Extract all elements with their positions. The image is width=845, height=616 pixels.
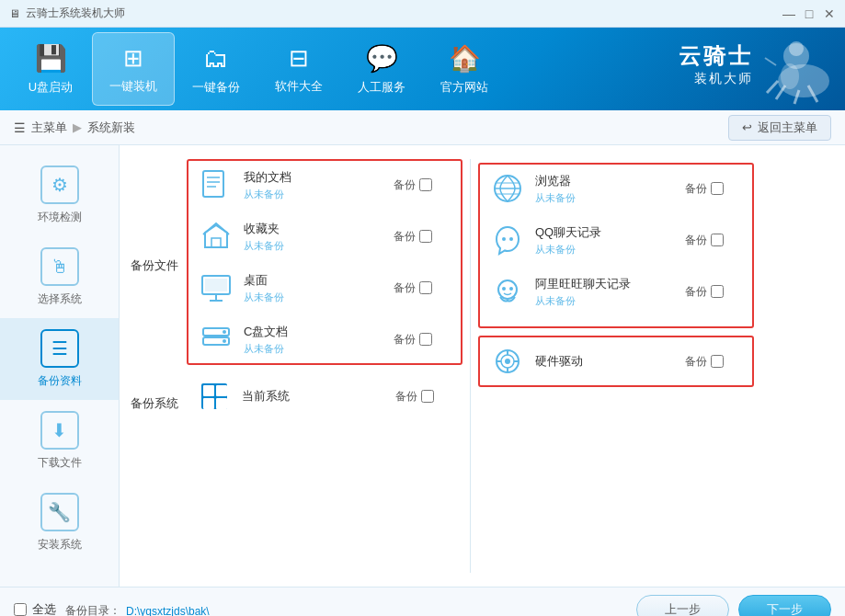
hardware-backup-label: 备份 <box>685 354 707 370</box>
breadcrumb-home[interactable]: 主菜单 <box>31 120 67 136</box>
sidebar-label-backup-data: 备份资料 <box>38 373 82 389</box>
browser-name: 浏览器 <box>535 173 678 189</box>
breadcrumb: ☰ 主菜单 ▶ 系统新装 <box>14 120 135 136</box>
label-backup-system: 备份系统 <box>129 367 179 440</box>
svg-rect-24 <box>216 385 227 396</box>
title-bar: 🖥 云骑士系统装机大师 — □ ✕ <box>0 0 845 28</box>
nav-item-website[interactable]: 🏠 官方网站 <box>423 32 506 106</box>
sidebar-label-env: 环境检测 <box>38 210 82 225</box>
browser-checkbox[interactable] <box>711 182 724 195</box>
backup-icon: 🗂 <box>203 43 229 74</box>
back-icon: ↩ <box>742 120 752 134</box>
aliwangwang-backup-label: 备份 <box>685 284 707 300</box>
cdrive-backup-ctrl: 备份 <box>394 332 453 348</box>
list-item: 我的文档 从未备份 备份 <box>196 165 453 205</box>
hardware-details: 硬件驱动 <box>535 353 678 370</box>
list-item: 浏览器 从未备份 备份 <box>487 168 745 209</box>
brand-name: 云骑士 <box>679 41 753 71</box>
nav-item-service[interactable]: 💬 人工服务 <box>340 32 423 106</box>
back-label: 返回主菜单 <box>758 120 817 136</box>
brand-sub: 装机大师 <box>679 71 753 87</box>
browser-backup-ctrl: 备份 <box>685 181 745 197</box>
desktop-backup-ctrl: 备份 <box>394 280 453 296</box>
setup-icon: 🔧 <box>48 501 71 523</box>
env-icon: ⚙ <box>51 174 68 196</box>
desktop-details: 桌面 从未备份 <box>244 272 386 304</box>
svg-rect-9 <box>203 171 223 197</box>
nav-label-website: 官方网站 <box>440 79 488 96</box>
env-icon-wrap: ⚙ <box>40 165 79 204</box>
svg-point-34 <box>502 287 506 291</box>
hardware-checkbox[interactable] <box>711 355 724 368</box>
sidebar-item-backup-data[interactable]: ☰ 备份资料 <box>0 318 119 400</box>
sidebar-item-env[interactable]: ⚙ 环境检测 <box>0 154 119 236</box>
svg-point-33 <box>498 280 517 299</box>
select-all-row: 全选 <box>14 601 56 617</box>
docs-checkbox[interactable] <box>419 178 432 191</box>
hardware-name: 硬件驱动 <box>535 353 678 370</box>
sidebar-item-download[interactable]: ⬇ 下载文件 <box>0 400 119 482</box>
select-icon-wrap: 🖱 <box>40 247 79 286</box>
qq-backup-ctrl: 备份 <box>685 233 745 248</box>
sidebar-label-download: 下载文件 <box>38 455 82 471</box>
prev-button[interactable]: 上一步 <box>636 595 729 617</box>
top-nav: 💾 U盘启动 ⊞ 一键装机 🗂 一键备份 ⊟ 软件大全 💬 人工服务 🏠 官方网… <box>0 28 845 110</box>
sidebar-label-select: 选择系统 <box>38 291 82 307</box>
breadcrumb-bar: ☰ 主菜单 ▶ 系统新装 ↩ 返回主菜单 <box>0 110 845 145</box>
qq-backup-label: 备份 <box>685 233 707 248</box>
nav-label-install: 一键装机 <box>109 78 157 95</box>
app-title: 云骑士系统装机大师 <box>26 6 125 21</box>
column-divider <box>470 159 471 573</box>
docs-details: 我的文档 从未备份 <box>244 169 386 201</box>
aliwangwang-checkbox[interactable] <box>711 285 724 298</box>
backup-dir-path[interactable]: D:\yqsxtzjds\bak\ <box>126 605 210 617</box>
minimize-button[interactable]: — <box>782 7 795 20</box>
svg-point-7 <box>789 41 804 56</box>
backup-system-box: 当前系统 备份 <box>187 372 462 420</box>
aliwangwang-icon-wrap <box>487 271 528 312</box>
cdrive-checkbox[interactable] <box>419 333 432 346</box>
close-button[interactable]: ✕ <box>823 7 836 20</box>
download-icon-wrap: ⬇ <box>40 411 79 450</box>
select-all-checkbox[interactable] <box>14 603 27 616</box>
backup-dir-row: 备份目录： D:\yqsxtzjds\bak\ <box>65 603 210 616</box>
nav-item-software[interactable]: ⊟ 软件大全 <box>257 32 340 106</box>
website-icon: 🏠 <box>449 43 481 74</box>
cdrive-status: 从未备份 <box>244 342 386 356</box>
maximize-button[interactable]: □ <box>803 7 816 20</box>
nav-item-backup[interactable]: 🗂 一键备份 <box>175 32 257 106</box>
nav-item-usb[interactable]: 💾 U盘启动 <box>9 32 92 106</box>
system-checkbox[interactable] <box>421 390 434 403</box>
system-icon-wrap <box>194 376 234 416</box>
backup-dir-label: 备份目录： <box>65 603 120 616</box>
favorites-checkbox[interactable] <box>419 230 432 243</box>
right-files-box: 浏览器 从未备份 备份 <box>478 163 754 328</box>
list-item: 桌面 从未备份 备份 <box>196 268 453 308</box>
desktop-checkbox[interactable] <box>419 281 432 294</box>
app-icon: 🖥 <box>9 7 20 20</box>
system-details: 当前系统 <box>242 388 388 405</box>
list-item: 阿里旺旺聊天记录 从未备份 备份 <box>487 271 745 312</box>
system-backup-label: 备份 <box>395 389 417 405</box>
browser-status: 从未备份 <box>535 191 678 205</box>
svg-point-21 <box>223 339 226 343</box>
back-button[interactable]: ↩ 返回主菜单 <box>728 115 831 141</box>
nav-item-install[interactable]: ⊞ 一键装机 <box>92 32 175 106</box>
hardware-backup-ctrl: 备份 <box>685 354 745 370</box>
favorites-name: 收藏夹 <box>244 221 386 237</box>
left-column: 我的文档 从未备份 备份 <box>187 159 462 420</box>
favorites-icon-wrap <box>196 216 236 257</box>
system-backup-ctrl: 备份 <box>395 389 455 405</box>
sidebar-item-select[interactable]: 🖱 选择系统 <box>0 236 119 318</box>
cdrive-backup-label: 备份 <box>394 332 416 348</box>
qq-checkbox[interactable] <box>711 234 724 246</box>
svg-point-31 <box>502 237 506 241</box>
next-button[interactable]: 下一步 <box>738 595 831 617</box>
nav-label-backup: 一键备份 <box>192 79 240 96</box>
cdrive-details: C盘文档 从未备份 <box>244 324 386 356</box>
qq-icon-wrap <box>487 220 528 260</box>
sidebar-item-setup[interactable]: 🔧 安装系统 <box>0 482 119 564</box>
service-icon: 💬 <box>366 43 398 74</box>
browser-backup-label: 备份 <box>685 181 707 197</box>
aliwangwang-details: 阿里旺旺聊天记录 从未备份 <box>535 276 678 308</box>
